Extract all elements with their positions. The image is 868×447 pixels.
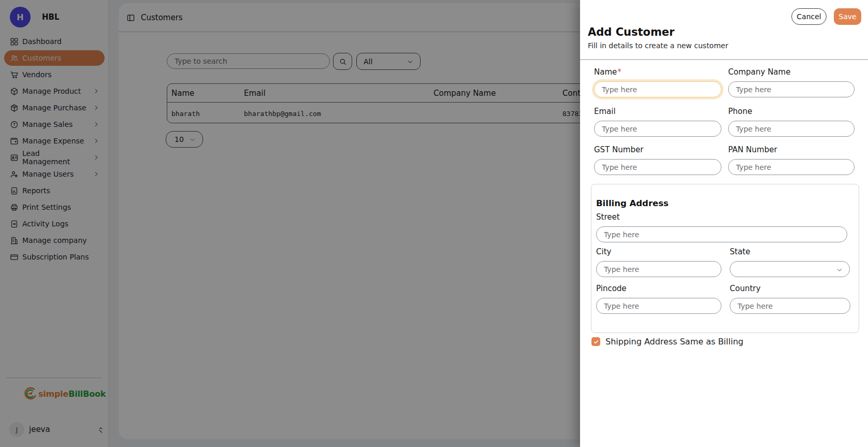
drawer-divider [580, 59, 868, 60]
chevron-down-icon [836, 266, 843, 273]
shipping-same-label: Shipping Address Same as Billing [605, 337, 743, 347]
shipping-same-checkbox[interactable] [591, 337, 600, 346]
city-input[interactable] [596, 261, 721, 277]
phone-label: Phone [728, 107, 855, 116]
billing-address-title: Billing Address [596, 198, 669, 208]
email-input[interactable] [594, 121, 721, 137]
street-label: Street [596, 213, 847, 222]
shipping-same-row: Shipping Address Same as Billing [591, 337, 743, 347]
country-label: Country [730, 284, 850, 293]
cancel-button[interactable]: Cancel [791, 8, 827, 25]
company-name-input[interactable] [728, 81, 855, 97]
drawer-subtitle: Fill in details to create a new customer [588, 41, 728, 50]
save-button[interactable]: Save [834, 8, 861, 25]
company-name-label: Company Name [728, 68, 855, 77]
street-input[interactable] [596, 226, 847, 242]
billing-address-section: Billing Address Street City State Pincod… [591, 184, 859, 333]
phone-input[interactable] [728, 121, 855, 137]
pincode-label: Pincode [596, 284, 721, 293]
pincode-input[interactable] [596, 298, 721, 314]
state-select[interactable] [730, 261, 850, 277]
pan-number-input[interactable] [728, 159, 855, 175]
email-label: Email [594, 107, 721, 116]
gst-number-input[interactable] [594, 159, 721, 175]
gst-number-label: GST Number [594, 146, 721, 154]
name-input[interactable] [594, 81, 721, 97]
city-label: City [596, 248, 721, 256]
state-label: State [730, 248, 850, 256]
check-icon [593, 339, 599, 345]
drawer-title: Add Customer [588, 26, 674, 38]
add-customer-drawer: Cancel Save Add Customer Fill in details… [580, 0, 868, 447]
name-label: Name* [594, 68, 721, 77]
app-root: H HBL DashboardCustomersVendorsManage Pr… [0, 0, 868, 447]
country-input[interactable] [730, 298, 850, 314]
required-marker: * [617, 67, 621, 77]
pan-number-label: PAN Number [728, 146, 855, 154]
